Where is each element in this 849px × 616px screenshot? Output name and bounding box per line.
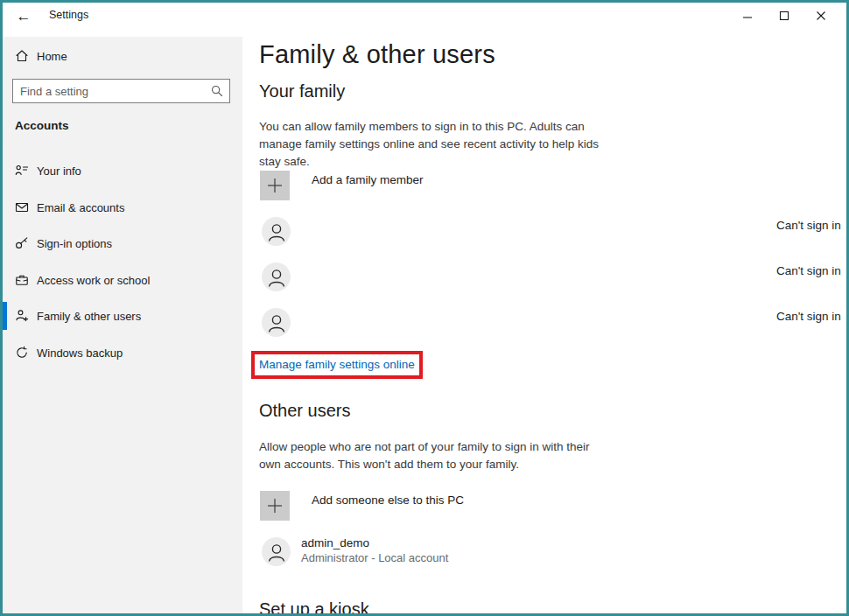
person-avatar-icon	[262, 537, 291, 566]
envelope-icon	[14, 200, 30, 215]
maximize-icon	[779, 10, 789, 21]
back-button[interactable]: ←	[11, 5, 37, 28]
back-arrow-icon: ←	[17, 8, 32, 25]
contact-card-icon	[14, 163, 30, 178]
sidebar: Home Accounts Your info Email & accounts…	[3, 37, 242, 613]
user-detail: Administrator - Local account	[301, 551, 448, 564]
sidebar-item-label: Windows backup	[37, 346, 123, 360]
sidebar-item-home[interactable]: Home	[3, 43, 242, 69]
member-status: Can't sign in	[776, 310, 841, 323]
main-content: Family & other users Your family You can…	[242, 37, 846, 613]
sidebar-item-your-info[interactable]: Your info	[3, 153, 242, 188]
close-icon	[816, 10, 826, 21]
search-input[interactable]	[20, 80, 204, 102]
sidebar-section-accounts: Accounts	[15, 119, 69, 132]
plus-icon	[267, 178, 283, 193]
other-users-heading: Other users	[259, 401, 350, 421]
add-family-member-label: Add a family member	[312, 173, 424, 200]
plus-square	[260, 491, 290, 521]
family-member-row[interactable]: Can't sign in	[262, 217, 849, 247]
family-member-row[interactable]: Can't sign in	[262, 262, 849, 292]
sidebar-item-windows-backup[interactable]: Windows backup	[3, 335, 242, 370]
add-family-member-button[interactable]: Add a family member	[260, 171, 424, 200]
home-icon	[14, 48, 30, 64]
person-avatar-icon	[262, 262, 291, 291]
close-button[interactable]	[803, 3, 839, 29]
sync-icon	[14, 345, 30, 360]
person-avatar-icon	[262, 217, 291, 246]
plus-icon	[267, 498, 283, 514]
key-icon	[14, 235, 30, 251]
window-controls	[729, 3, 839, 29]
titlebar: ← Settings	[3, 3, 846, 37]
search-box	[12, 79, 230, 103]
add-someone-else-label: Add someone else to this PC	[312, 494, 464, 521]
your-family-description: You can allow family members to sign in …	[259, 118, 602, 171]
person-avatar-icon	[262, 308, 291, 337]
window-title: Settings	[49, 9, 88, 21]
user-name: admin_demo	[301, 536, 369, 550]
member-status: Can't sign in	[776, 219, 841, 232]
sidebar-item-label: Email & accounts	[37, 201, 124, 214]
person-add-icon	[14, 308, 30, 324]
minimize-icon	[742, 10, 753, 21]
sidebar-item-label: Home	[37, 50, 67, 63]
minimize-button[interactable]	[729, 3, 766, 29]
selected-accent-bar	[3, 302, 7, 330]
sidebar-item-family-other-users[interactable]: Family & other users	[3, 298, 242, 333]
kiosk-heading: Set up a kiosk	[259, 599, 369, 616]
maximize-button[interactable]	[766, 3, 803, 29]
manage-family-settings-link[interactable]: Manage family settings online	[259, 358, 415, 371]
page-title: Family & other users	[259, 40, 495, 69]
sidebar-item-email-accounts[interactable]: Email & accounts	[3, 190, 242, 225]
sidebar-item-label: Access work or school	[37, 274, 150, 287]
add-someone-else-button[interactable]: Add someone else to this PC	[260, 491, 464, 521]
other-user-row[interactable]: admin_demo Administrator - Local account	[262, 537, 849, 567]
sidebar-item-sign-in-options[interactable]: Sign-in options	[3, 226, 242, 261]
plus-square	[260, 171, 290, 200]
search-icon	[211, 85, 223, 101]
family-member-row[interactable]: Can't sign in	[262, 308, 849, 338]
other-users-description: Allow people who are not part of your fa…	[259, 438, 602, 473]
sidebar-item-label: Your info	[37, 164, 81, 178]
sidebar-item-label: Sign-in options	[37, 237, 112, 250]
your-family-heading: Your family	[259, 81, 345, 102]
sidebar-item-label: Family & other users	[37, 310, 141, 323]
briefcase-icon	[14, 272, 30, 288]
sidebar-item-access-work-school[interactable]: Access work or school	[3, 262, 242, 298]
member-status: Can't sign in	[776, 264, 841, 277]
